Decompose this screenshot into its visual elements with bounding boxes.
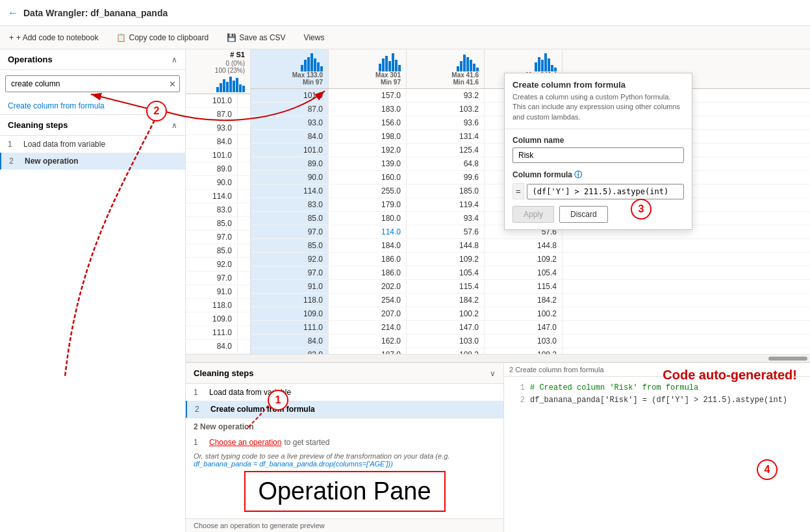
col3-max: Max 41.6: [451, 71, 479, 79]
operations-collapse-icon[interactable]: ∧: [171, 55, 177, 64]
table-row: 83.0 187.0 108.2 108.2: [251, 348, 810, 354]
s1-column: # S1 0 (0%) 100 (23%): [186, 49, 251, 354]
cleaning-step-1[interactable]: 1 Load data from variable: [0, 136, 185, 153]
table-row: 114.0: [186, 190, 250, 203]
popup-body: Column name Column formula ⓘ = Apply Dis…: [505, 129, 692, 229]
table-row: 83.0: [186, 353, 250, 354]
code-line-2: 2 df_banana_panda['Risk'] = (df['Y'] > 2…: [512, 394, 802, 407]
col1-min: Min 97: [303, 79, 323, 86]
s1-stats: 0 (0%) 100 (23%): [186, 60, 250, 94]
table-row: 85.0 184.0 144.8 144.8: [251, 239, 810, 253]
table-row: 83.0: [186, 203, 250, 217]
s1-column-header: # S1 0 (0%) 100 (23%): [186, 49, 250, 94]
search-box: ✕: [5, 75, 180, 92]
annotation-2: 2: [146, 101, 167, 121]
table-row: 101.0: [186, 94, 250, 108]
operations-title: Operations: [8, 55, 53, 64]
bottom-cleaning-collapse[interactable]: ∨: [490, 369, 496, 378]
table-row: 85.0: [186, 217, 250, 231]
table-row: 91.0 202.0 115.4 115.4: [251, 280, 810, 294]
col2-max: Max 301: [375, 71, 401, 79]
annotation-4: 4: [757, 459, 778, 480]
toolbar: + + Add code to notebook 📋 Copy code to …: [0, 26, 810, 49]
table-row: 84.0 162.0 103.0 103.0: [251, 335, 810, 348]
page-title: Data Wrangler: df_banana_panda: [23, 8, 168, 18]
column-formula-label: Column formula ⓘ: [513, 170, 684, 181]
back-button[interactable]: ←: [8, 7, 18, 19]
col2-min: Min 97: [381, 79, 401, 86]
table-row: 91.0: [186, 285, 250, 299]
formula-input[interactable]: [527, 184, 684, 199]
table-row: 89.0: [186, 162, 250, 176]
annotation-3: 3: [631, 199, 652, 220]
bottom-step-1[interactable]: 1 Load data from variable: [186, 384, 503, 401]
copy-icon: 📋: [116, 33, 126, 42]
data-area: # S1 0 (0%) 100 (23%): [186, 49, 810, 355]
cleaning-steps-left-panel: Cleaning steps ∧ 1 Load data from variab…: [0, 114, 185, 532]
bottom-area: Cleaning steps ∨ 1 Load data from variab…: [186, 362, 810, 532]
operation-example: Or, start typing code to see a live prev…: [186, 450, 503, 470]
scrollbar-thumb: [768, 357, 807, 361]
clear-search-button[interactable]: ✕: [169, 79, 176, 89]
new-operation-label: 2 New operation: [186, 418, 503, 435]
table-row: 97.0: [186, 272, 250, 285]
cleaning-steps-left-title: Cleaning steps: [8, 120, 68, 130]
column-name-input[interactable]: [513, 147, 684, 163]
center-content: Create column from formula Creates a col…: [186, 49, 810, 532]
table-row: 118.0 254.0 184.2 184.2: [251, 294, 810, 307]
table-row: 109.0: [186, 312, 250, 326]
code-content: 1 # Created column 'Risk' from formula 2…: [504, 377, 810, 532]
bottom-status: Choose an operation to generate preview: [186, 518, 503, 532]
col4-chart: [535, 52, 557, 71]
table-row: 90.0: [186, 176, 250, 190]
bottom-cleaning-title: Cleaning steps: [194, 368, 253, 378]
equals-sign: =: [513, 183, 524, 199]
annotation-1: 1: [268, 390, 288, 411]
table-row: 84.0: [186, 340, 250, 353]
popup-title: Create column from formula: [513, 80, 684, 90]
example-code: df_banana_panda = df_banana_panda.drop(c…: [194, 460, 393, 468]
formula-info-icon[interactable]: ⓘ: [574, 170, 582, 179]
cleaning-step-2[interactable]: 2 New operation: [0, 153, 185, 170]
table-row: 111.0 214.0 147.0 147.0: [251, 321, 810, 335]
copy-code-button[interactable]: 📋 Copy code to clipboard: [112, 31, 212, 45]
plus-icon: +: [9, 33, 14, 42]
discard-button[interactable]: Discard: [559, 206, 608, 223]
col2-chart: [379, 52, 401, 71]
col-header-2: Max 301 Min 97: [329, 49, 407, 88]
main-layout: Operations ∧ ✕ Create column from formul…: [0, 49, 810, 532]
table-row: 84.0: [186, 135, 250, 149]
code-panel: 2 Create column from formula 1 # Created…: [504, 363, 810, 532]
save-icon: 💾: [227, 33, 236, 42]
operation-line-1: 1 Choose an operation to get started: [186, 435, 503, 450]
add-code-button[interactable]: + + Add code to notebook: [5, 31, 102, 45]
bottom-cleaning-panel: Cleaning steps ∨ 1 Load data from variab…: [186, 363, 504, 532]
col3-chart: [457, 52, 479, 71]
search-input[interactable]: [5, 75, 180, 92]
formula-row: =: [513, 183, 684, 199]
cleaning-steps-collapse[interactable]: ∧: [171, 121, 177, 130]
apply-button[interactable]: Apply: [513, 206, 554, 223]
choose-operation-link[interactable]: Choose an operation: [209, 438, 281, 447]
code-line-1: 1 # Created column 'Risk' from formula: [512, 382, 802, 394]
s1-chart: [191, 74, 245, 92]
save-csv-button[interactable]: 💾 Save as CSV: [223, 31, 289, 45]
table-row: 92.0: [186, 258, 250, 272]
col1-max: Max 133.0: [292, 71, 323, 79]
code-auto-generated-label: Code auto-generated!: [663, 368, 797, 383]
table-row: 101.0: [186, 149, 250, 162]
bottom-cleaning-header: Cleaning steps ∨: [186, 363, 503, 384]
table-row: 93.0: [186, 121, 250, 135]
table-row: 111.0: [186, 326, 250, 340]
table-row: 118.0: [186, 299, 250, 312]
table-row: 87.0: [186, 108, 250, 121]
operation-pane-area: 2 New operation 1 Choose an operation to…: [186, 418, 503, 518]
bottom-step-2[interactable]: 2 Create column from formula: [186, 401, 503, 418]
horizontal-scrollbar[interactable]: [186, 355, 810, 362]
views-button[interactable]: Views: [300, 31, 329, 45]
column-name-label: Column name: [513, 136, 684, 145]
s1-header-label: # S1: [186, 49, 250, 60]
s1-column-body: 101.0 87.0 93.0 84.0 101.0 89.0 90.0 114…: [186, 94, 250, 354]
popup-description: Creates a column using a custom Python f…: [513, 92, 684, 122]
col-header-3: Max 41.6 Min 41.6: [407, 49, 485, 88]
